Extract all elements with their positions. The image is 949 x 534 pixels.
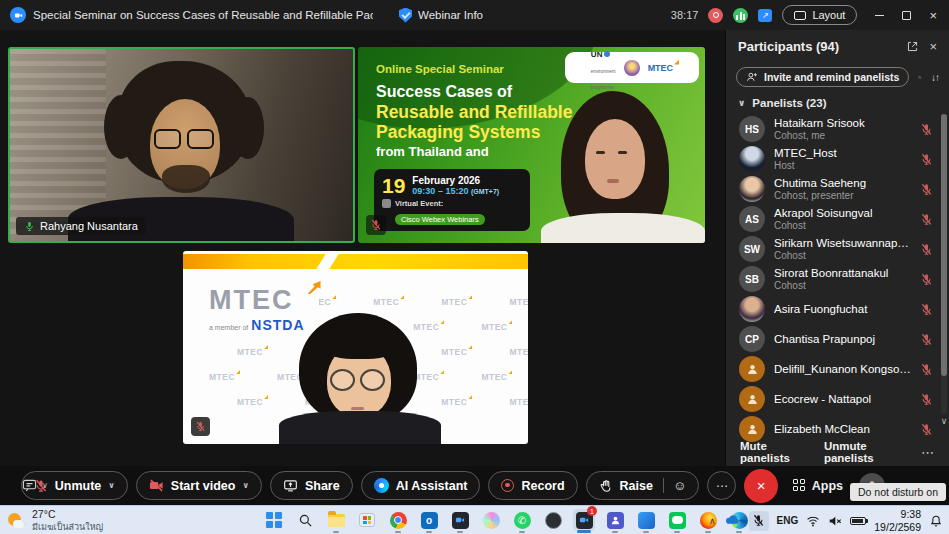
mic-off-icon[interactable] [920,243,933,256]
participants-list: HS Hataikarn SrisookCohost, me MTEC_Host… [726,114,949,444]
temperature: 27°C [32,508,103,520]
scrollbar[interactable] [941,114,947,414]
video-tile-rahyang[interactable]: Rahyang Nusantara [8,47,355,243]
leave-meeting-button[interactable]: × [744,469,778,503]
volume-muted-icon[interactable] [828,514,842,528]
mic-off-icon[interactable] [920,213,933,226]
video-tile-seminar-banner[interactable]: Online Special Seminar Success Cases of … [358,47,705,243]
start-video-button[interactable]: Start video ∨ [136,471,262,500]
search-icon[interactable] [918,71,922,84]
participant-row[interactable]: Asira Fuongfuchat [726,294,949,324]
whatsapp-logo: ✆ [514,512,531,529]
webinar-info-label: Webinar Info [418,9,483,21]
participant-row[interactable]: Delifill_Kunanon Kongsomwach [726,354,949,384]
chrome-icon[interactable] [387,509,409,531]
mic-off-icon[interactable] [920,273,933,286]
sort-icon[interactable]: ↓↑ [931,72,939,83]
layout-button[interactable]: Layout [782,5,857,25]
avatar: HS [739,116,765,142]
share-button[interactable]: Share [270,471,353,500]
mic-off-icon[interactable] [920,183,933,196]
invite-panelists-button[interactable]: Invite and remind panelists [736,67,909,87]
weather-widget[interactable]: 27°C มีเมฆเป็นส่วนใหญ่ [8,508,103,534]
close-button[interactable]: × [929,9,937,22]
language-indicator[interactable]: ENG [777,515,799,526]
share-label: Share [305,479,340,493]
venue-platform: Cisco Webex Webinars [395,214,485,225]
line-icon[interactable] [666,509,688,531]
unmute-panelists-button[interactable]: Unmute panelists [824,440,903,464]
scrollbar-thumb[interactable] [941,114,947,376]
maximize-button[interactable] [902,11,911,20]
reactions-icon[interactable]: ☺ [663,478,686,493]
mic-off-icon[interactable] [920,333,933,346]
participant-row[interactable]: MTEC_HostHost [726,144,949,174]
start-button[interactable] [263,509,285,531]
zoom-active-icon[interactable]: 1 [573,509,595,531]
mic-off-icon[interactable] [920,393,933,406]
recording-indicator-icon[interactable] [708,8,723,23]
taskbar-search[interactable] [294,509,316,531]
whatsapp-icon[interactable]: ✆ [511,509,533,531]
ms-store-icon[interactable] [356,509,378,531]
mic-off-icon[interactable] [920,363,933,376]
eye [618,151,627,154]
participant-row[interactable]: HS Hataikarn SrisookCohost, me [726,114,949,144]
file-explorer-icon[interactable] [325,509,347,531]
share-screen-icon [283,478,298,493]
dnd-tooltip: Do not disturb on [850,483,946,501]
chevron-down-icon[interactable]: ∨ [242,481,249,490]
chevron-down-icon[interactable]: ∨ [42,481,48,490]
participant-row[interactable]: SB Sirorat BoonrattanakulCohost [726,264,949,294]
mic-off-icon[interactable] [920,153,933,166]
mail-app-icon[interactable] [635,509,657,531]
raise-hand-button[interactable]: Raise ☺ [586,471,700,500]
battery-icon[interactable] [850,517,866,525]
avatar: SB [739,266,765,292]
participant-row[interactable]: Ecocrew - Nattapol [726,384,949,414]
webinar-info-button[interactable]: Webinar Info [399,8,483,23]
minimize-button[interactable] [875,15,884,16]
mouth [351,407,364,410]
yellow-stripe [183,254,528,269]
onedrive-icon[interactable] [724,513,741,528]
tray-expand-icon[interactable]: ∧ [709,516,716,526]
utility-app-icon[interactable] [542,509,564,531]
scroll-down-icon[interactable]: ∨ [940,416,948,426]
record-button[interactable]: Record [488,471,577,500]
unmute-label: Unmute [55,479,102,493]
apps-icon [793,479,806,492]
wifi-icon[interactable] [806,514,820,528]
speaker-bangs [321,325,399,359]
new-window-icon[interactable]: ↗ [758,9,772,22]
copilot-icon[interactable] [480,509,502,531]
participant-row[interactable]: AS Akrapol SoisungvalCohost [726,204,949,234]
mic-off-icon[interactable] [920,123,933,136]
apps-button[interactable]: Apps [793,479,843,493]
zoom-taskbar-icon[interactable] [449,509,471,531]
mic-off-icon[interactable] [920,423,933,436]
avatar [739,146,765,172]
participant-row[interactable]: SW Sirikarn WisetsuwannaphumCohost [726,234,949,264]
participant-row[interactable]: CP Chantisa Prapunpoj [726,324,949,354]
ai-assistant-button[interactable]: AI Assistant [361,471,481,500]
panelists-group-header[interactable]: ∨ Panelists (23) [726,92,949,114]
chevron-down-icon[interactable]: ∨ [108,481,115,490]
notification-bell-icon[interactable] [929,514,943,528]
popout-icon[interactable] [906,40,919,53]
outlook-icon[interactable]: o [418,509,440,531]
more-options-button[interactable]: ⋯ [707,471,736,500]
copilot-logo [483,512,500,529]
clock[interactable]: 9:38 19/2/2569 [874,508,921,533]
captions-button[interactable]: ∨ [22,478,48,493]
mute-panelists-button[interactable]: Mute panelists [740,440,806,464]
video-tile-mtec[interactable]: MTECMTECMTECMTECMTEC MTECMTECMTECMTECMTE… [183,251,528,444]
teams-icon[interactable] [604,509,626,531]
tray-mic-muted[interactable] [749,511,769,531]
connection-stats-icon[interactable] [733,8,748,23]
participant-row[interactable]: Chutima SaehengCohost, presenter [726,174,949,204]
mic-off-icon[interactable] [920,303,933,316]
panel-more-button[interactable]: ⋯ [921,445,935,460]
panel-close-icon[interactable]: × [929,39,937,54]
avatar [739,296,765,322]
